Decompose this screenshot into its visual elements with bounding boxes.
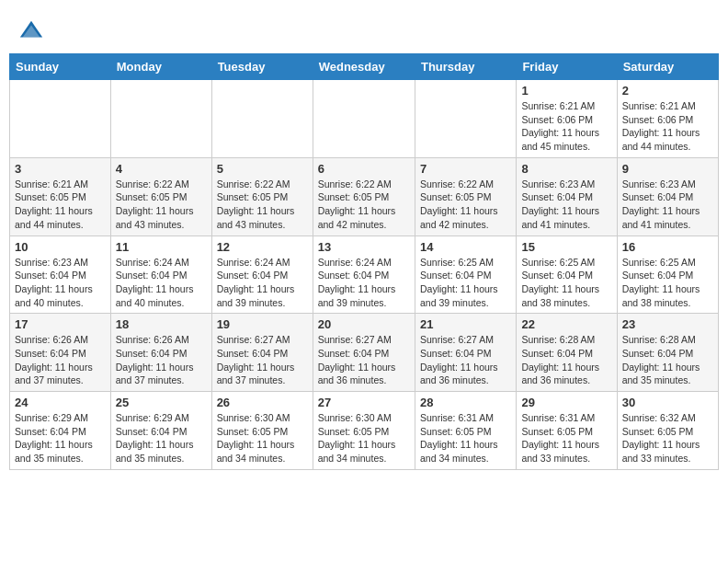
weekday-header: Tuesday [211, 54, 313, 80]
day-info: Sunrise: 6:27 AM Sunset: 6:04 PM Dayligh… [420, 333, 511, 387]
day-number: 19 [217, 317, 308, 331]
day-info: Sunrise: 6:31 AM Sunset: 6:05 PM Dayligh… [420, 411, 511, 465]
calendar-cell: 26Sunrise: 6:30 AM Sunset: 6:05 PM Dayli… [211, 392, 313, 470]
day-info: Sunrise: 6:29 AM Sunset: 6:04 PM Dayligh… [116, 411, 207, 465]
day-number: 4 [116, 162, 207, 176]
day-info: Sunrise: 6:22 AM Sunset: 6:05 PM Dayligh… [217, 178, 308, 232]
calendar-cell: 13Sunrise: 6:24 AM Sunset: 6:04 PM Dayli… [313, 236, 415, 314]
calendar-cell: 20Sunrise: 6:27 AM Sunset: 6:04 PM Dayli… [313, 314, 415, 392]
calendar-cell: 22Sunrise: 6:28 AM Sunset: 6:04 PM Dayli… [517, 314, 617, 392]
day-info: Sunrise: 6:23 AM Sunset: 6:04 PM Dayligh… [15, 256, 106, 310]
day-number: 13 [318, 240, 410, 254]
day-info: Sunrise: 6:24 AM Sunset: 6:04 PM Dayligh… [318, 256, 410, 310]
day-number: 23 [622, 317, 713, 331]
day-number: 9 [622, 162, 713, 176]
calendar-table: SundayMondayTuesdayWednesdayThursdayFrid… [9, 53, 719, 470]
calendar-week-row: 10Sunrise: 6:23 AM Sunset: 6:04 PM Dayli… [10, 236, 719, 314]
day-number: 10 [15, 240, 106, 254]
day-info: Sunrise: 6:26 AM Sunset: 6:04 PM Dayligh… [116, 333, 207, 387]
calendar-cell: 27Sunrise: 6:30 AM Sunset: 6:05 PM Dayli… [313, 392, 415, 470]
day-number: 30 [622, 396, 713, 409]
page-header [9, 9, 719, 49]
weekday-header: Monday [110, 54, 211, 80]
day-info: Sunrise: 6:21 AM Sunset: 6:06 PM Dayligh… [521, 99, 611, 154]
day-info: Sunrise: 6:25 AM Sunset: 6:04 PM Dayligh… [420, 256, 511, 310]
day-number: 24 [15, 396, 106, 409]
calendar-cell [110, 80, 211, 158]
day-info: Sunrise: 6:28 AM Sunset: 6:04 PM Dayligh… [521, 333, 611, 387]
calendar-cell: 30Sunrise: 6:32 AM Sunset: 6:05 PM Dayli… [617, 392, 718, 470]
weekday-header-row: SundayMondayTuesdayWednesdayThursdayFrid… [10, 54, 719, 80]
calendar-cell: 29Sunrise: 6:31 AM Sunset: 6:05 PM Dayli… [517, 392, 617, 470]
calendar-cell [211, 80, 313, 158]
day-number: 27 [318, 396, 410, 409]
day-info: Sunrise: 6:25 AM Sunset: 6:04 PM Dayligh… [521, 256, 611, 310]
day-info: Sunrise: 6:22 AM Sunset: 6:05 PM Dayligh… [116, 178, 207, 232]
calendar-cell: 14Sunrise: 6:25 AM Sunset: 6:04 PM Dayli… [415, 236, 516, 314]
day-number: 8 [521, 162, 611, 176]
calendar-week-row: 24Sunrise: 6:29 AM Sunset: 6:04 PM Dayli… [10, 392, 719, 470]
calendar-cell: 7Sunrise: 6:22 AM Sunset: 6:05 PM Daylig… [415, 157, 516, 236]
day-info: Sunrise: 6:32 AM Sunset: 6:05 PM Dayligh… [622, 411, 713, 465]
day-number: 1 [521, 84, 611, 98]
calendar-cell: 10Sunrise: 6:23 AM Sunset: 6:04 PM Dayli… [10, 236, 111, 314]
calendar-cell: 28Sunrise: 6:31 AM Sunset: 6:05 PM Dayli… [415, 392, 516, 470]
calendar-cell: 24Sunrise: 6:29 AM Sunset: 6:04 PM Dayli… [10, 392, 111, 470]
calendar-cell: 17Sunrise: 6:26 AM Sunset: 6:04 PM Dayli… [10, 314, 111, 392]
day-info: Sunrise: 6:26 AM Sunset: 6:04 PM Dayligh… [15, 333, 106, 387]
day-info: Sunrise: 6:24 AM Sunset: 6:04 PM Dayligh… [116, 256, 207, 310]
calendar-cell: 12Sunrise: 6:24 AM Sunset: 6:04 PM Dayli… [211, 236, 313, 314]
day-info: Sunrise: 6:23 AM Sunset: 6:04 PM Dayligh… [622, 178, 713, 232]
day-info: Sunrise: 6:27 AM Sunset: 6:04 PM Dayligh… [217, 333, 308, 387]
day-number: 20 [318, 317, 410, 331]
day-number: 6 [318, 162, 410, 176]
day-info: Sunrise: 6:23 AM Sunset: 6:04 PM Dayligh… [521, 178, 611, 232]
calendar-cell: 3Sunrise: 6:21 AM Sunset: 6:05 PM Daylig… [10, 157, 111, 236]
calendar-week-row: 3Sunrise: 6:21 AM Sunset: 6:05 PM Daylig… [10, 157, 719, 236]
day-number: 26 [217, 396, 308, 409]
day-info: Sunrise: 6:27 AM Sunset: 6:04 PM Dayligh… [318, 333, 410, 387]
day-number: 28 [420, 396, 511, 409]
calendar-cell: 23Sunrise: 6:28 AM Sunset: 6:04 PM Dayli… [617, 314, 718, 392]
logo-icon [18, 18, 44, 44]
day-number: 22 [521, 317, 611, 331]
day-number: 29 [521, 396, 611, 409]
calendar-cell: 25Sunrise: 6:29 AM Sunset: 6:04 PM Dayli… [110, 392, 211, 470]
day-info: Sunrise: 6:29 AM Sunset: 6:04 PM Dayligh… [15, 411, 106, 465]
calendar-cell: 4Sunrise: 6:22 AM Sunset: 6:05 PM Daylig… [110, 157, 211, 236]
calendar-cell: 21Sunrise: 6:27 AM Sunset: 6:04 PM Dayli… [415, 314, 516, 392]
weekday-header: Saturday [617, 54, 718, 80]
day-number: 16 [622, 240, 713, 254]
calendar-cell: 18Sunrise: 6:26 AM Sunset: 6:04 PM Dayli… [110, 314, 211, 392]
calendar-cell: 9Sunrise: 6:23 AM Sunset: 6:04 PM Daylig… [617, 157, 718, 236]
day-info: Sunrise: 6:31 AM Sunset: 6:05 PM Dayligh… [521, 411, 611, 465]
day-number: 25 [116, 396, 207, 409]
calendar-cell: 15Sunrise: 6:25 AM Sunset: 6:04 PM Dayli… [517, 236, 617, 314]
day-number: 17 [15, 317, 106, 331]
day-info: Sunrise: 6:25 AM Sunset: 6:04 PM Dayligh… [622, 256, 713, 310]
day-number: 11 [116, 240, 207, 254]
weekday-header: Sunday [10, 54, 111, 80]
day-number: 14 [420, 240, 511, 254]
calendar-cell: 6Sunrise: 6:22 AM Sunset: 6:05 PM Daylig… [313, 157, 415, 236]
day-number: 3 [15, 162, 106, 176]
logo [18, 18, 48, 44]
weekday-header: Thursday [415, 54, 516, 80]
day-number: 21 [420, 317, 511, 331]
calendar-cell: 5Sunrise: 6:22 AM Sunset: 6:05 PM Daylig… [211, 157, 313, 236]
day-number: 18 [116, 317, 207, 331]
calendar-week-row: 17Sunrise: 6:26 AM Sunset: 6:04 PM Dayli… [10, 314, 719, 392]
calendar-cell [415, 80, 516, 158]
day-info: Sunrise: 6:21 AM Sunset: 6:06 PM Dayligh… [622, 99, 713, 154]
day-info: Sunrise: 6:21 AM Sunset: 6:05 PM Dayligh… [15, 178, 106, 232]
day-info: Sunrise: 6:30 AM Sunset: 6:05 PM Dayligh… [217, 411, 308, 465]
weekday-header: Wednesday [313, 54, 415, 80]
day-info: Sunrise: 6:22 AM Sunset: 6:05 PM Dayligh… [420, 178, 511, 232]
day-info: Sunrise: 6:24 AM Sunset: 6:04 PM Dayligh… [217, 256, 308, 310]
calendar-cell: 19Sunrise: 6:27 AM Sunset: 6:04 PM Dayli… [211, 314, 313, 392]
day-number: 5 [217, 162, 308, 176]
calendar-cell: 11Sunrise: 6:24 AM Sunset: 6:04 PM Dayli… [110, 236, 211, 314]
calendar-week-row: 1Sunrise: 6:21 AM Sunset: 6:06 PM Daylig… [10, 80, 719, 158]
calendar-cell: 16Sunrise: 6:25 AM Sunset: 6:04 PM Dayli… [617, 236, 718, 314]
calendar-cell [313, 80, 415, 158]
